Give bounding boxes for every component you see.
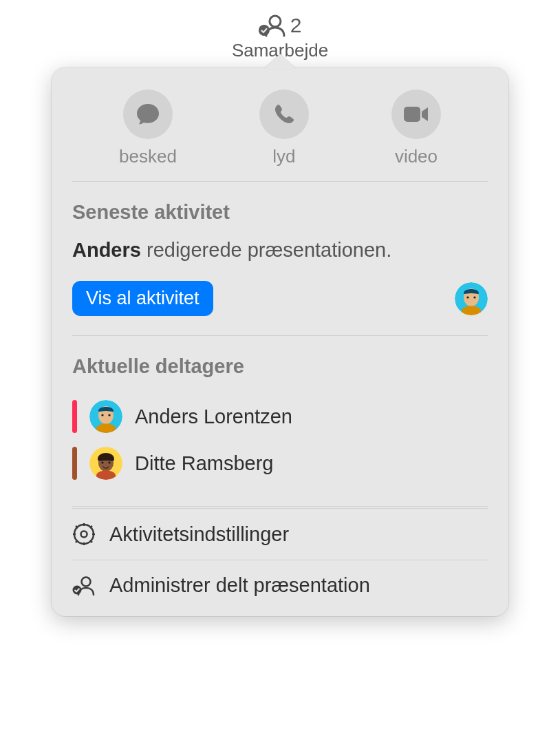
svg-point-9 [101,414,103,416]
svg-point-1 [259,25,270,36]
manage-shared-item[interactable]: Administrer delt præsentation [72,560,488,611]
recent-activity-section: Seneste aktivitet Anders redigerede præs… [72,182,488,336]
svg-rect-2 [404,107,420,122]
activity-avatar [455,282,488,315]
settings-section: Aktivitetsindstillinger Administrer delt… [72,507,488,616]
video-icon [391,89,441,139]
message-icon [123,89,173,139]
activity-actor: Anders [72,239,141,261]
activity-settings-item[interactable]: Aktivitetsindstillinger [72,508,488,560]
message-button[interactable]: besked [119,89,177,167]
svg-point-5 [466,296,469,298]
manage-shared-label: Administrer delt præsentation [109,574,370,597]
activity-settings-label: Aktivitetsindstillinger [109,523,289,546]
svg-point-25 [82,577,91,586]
svg-point-0 [270,16,281,27]
participant-item[interactable]: Anders Lorentzen [72,393,488,440]
svg-point-16 [81,531,87,538]
recent-activity-title: Seneste aktivitet [72,201,488,224]
participant-name: Ditte Ramsberg [135,452,273,475]
participant-item[interactable]: Ditte Ramsberg [72,440,488,487]
activity-text: redigerede præsentationen. [141,239,391,261]
avatar [89,400,122,433]
svg-point-10 [108,414,110,416]
activity-entry: Anders redigerede præsentationen. [72,239,488,262]
manage-shared-icon [72,575,96,596]
audio-button[interactable]: lyd [259,89,309,167]
video-button[interactable]: video [391,89,441,167]
collaborate-icon-row: 2 [259,14,302,37]
presence-indicator [72,400,77,433]
participant-count: 2 [290,14,302,37]
svg-point-6 [473,296,475,298]
avatar [89,447,122,480]
gear-icon [72,522,96,546]
phone-icon [259,89,309,139]
audio-label: lyd [272,146,295,167]
collaborate-icon [259,14,286,37]
svg-point-14 [108,461,110,463]
show-all-activity-button[interactable]: Vis al aktivitet [72,281,213,316]
communication-row: besked lyd video [72,67,488,182]
message-label: besked [119,146,177,167]
participants-title: Aktuelle deltagere [72,355,488,378]
presence-indicator [72,447,77,480]
collaboration-popover: besked lyd video Seneste aktivitet Ander… [52,67,508,616]
participants-section: Aktuelle deltagere Anders Lorentzen [72,336,488,507]
svg-point-13 [101,461,103,463]
video-label: video [395,146,438,167]
participant-name: Anders Lorentzen [135,405,292,428]
